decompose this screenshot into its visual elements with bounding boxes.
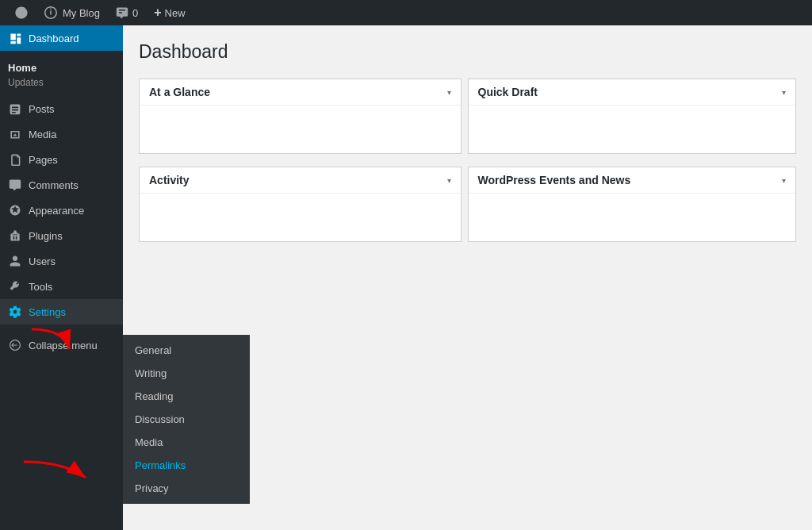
submenu-item-writing[interactable]: Writing [123,362,250,385]
sidebar: Dashboard Home Updates Posts Media Pa [0,25,123,530]
sidebar-item-dashboard[interactable]: Dashboard [0,25,123,51]
widget-column-left: At a Glance ▾ Activity ▾ [139,79,468,261]
widget-quick-draft-body [469,106,796,153]
widget-wp-events-title: WordPress Events and News [478,174,631,186]
sidebar-media-label: Media [29,129,56,140]
widget-quick-draft-title: Quick Draft [478,86,538,98]
dashboard-icon [8,31,22,45]
submenu-item-privacy[interactable]: Privacy [123,477,250,500]
submenu-item-reading[interactable]: Reading [123,385,250,408]
sidebar-home-section: Home Updates [0,51,123,96]
adminbar-new[interactable]: + New [146,0,193,25]
sidebar-settings-label: Settings [29,306,66,318]
sidebar-tools-label: Tools [29,281,52,293]
sidebar-item-posts[interactable]: Posts [0,96,123,121]
widget-wp-events-body [469,194,796,241]
posts-icon [8,102,22,116]
sidebar-updates-label[interactable]: Updates [0,75,123,93]
submenu-item-media[interactable]: Media [123,431,250,454]
widget-quick-draft-header[interactable]: Quick Draft ▾ [469,79,796,106]
sidebar-item-comments[interactable]: Comments [0,172,123,198]
widget-column-right: Quick Draft ▾ WordPress Events and News … [468,79,797,261]
submenu-item-discussion[interactable]: Discussion [123,408,250,431]
sidebar-item-media[interactable]: Media [0,121,123,147]
admin-bar: My Blog 0 + New [0,0,812,25]
widget-wp-events-header[interactable]: WordPress Events and News ▾ [469,167,796,194]
widget-at-a-glance-header[interactable]: At a Glance ▾ [140,79,461,106]
sidebar-item-settings[interactable]: Settings [0,299,123,325]
collapse-icon [8,338,22,352]
settings-icon [8,305,22,319]
widget-at-a-glance-toggle[interactable]: ▾ [447,88,451,97]
adminbar-site-name[interactable]: My Blog [36,0,108,25]
adminbar-new-label: New [165,7,186,19]
sidebar-item-tools[interactable]: Tools [0,274,123,299]
submenu-item-permalinks[interactable]: Permalinks [123,454,250,477]
sidebar-item-dashboard-label: Dashboard [29,33,79,44]
dashboard-widgets: At a Glance ▾ Activity ▾ [139,79,796,261]
sidebar-posts-label: Posts [29,103,55,115]
widget-activity-toggle[interactable]: ▾ [447,176,451,185]
adminbar-wp-logo[interactable] [6,0,36,25]
widget-activity: Activity ▾ [139,167,462,242]
submenu-item-general[interactable]: General [123,339,250,362]
widget-activity-header[interactable]: Activity ▾ [140,167,461,194]
plugins-icon [8,229,22,243]
widget-at-a-glance-title: At a Glance [149,86,210,98]
adminbar-site-label: My Blog [63,7,100,19]
adminbar-comments[interactable]: 0 [108,0,146,25]
sidebar-item-pages[interactable]: Pages [0,147,123,172]
widget-wp-events: WordPress Events and News ▾ [468,167,797,242]
sidebar-item-appearance[interactable]: Appearance [0,198,123,223]
sidebar-plugins-label: Plugins [29,230,63,242]
collapse-label: Collapse menu [29,340,98,351]
pages-icon [8,152,22,167]
sidebar-users-label: Users [29,255,56,267]
tools-icon [8,279,22,294]
settings-submenu: General Writing Reading Discussion Media… [123,335,250,504]
sidebar-appearance-label: Appearance [29,205,84,217]
adminbar-comments-count: 0 [132,7,138,19]
widget-quick-draft-toggle[interactable]: ▾ [782,88,786,97]
page-title: Dashboard [139,41,796,63]
widget-activity-title: Activity [149,174,190,186]
users-icon [8,254,22,268]
widget-wp-events-toggle[interactable]: ▾ [782,176,786,185]
comments-icon [8,178,22,192]
sidebar-comments-label: Comments [29,179,79,191]
sidebar-home-label[interactable]: Home [0,57,123,75]
collapse-menu[interactable]: Collapse menu [0,332,123,358]
appearance-icon [8,203,22,217]
sidebar-item-plugins[interactable]: Plugins [0,223,123,248]
sidebar-item-users[interactable]: Users [0,248,123,274]
widget-at-a-glance: At a Glance ▾ [139,79,462,154]
widget-at-a-glance-body [140,106,461,153]
widget-activity-body [140,194,461,241]
media-icon [8,127,22,141]
widget-quick-draft: Quick Draft ▾ [468,79,797,154]
sidebar-pages-label: Pages [29,154,58,166]
